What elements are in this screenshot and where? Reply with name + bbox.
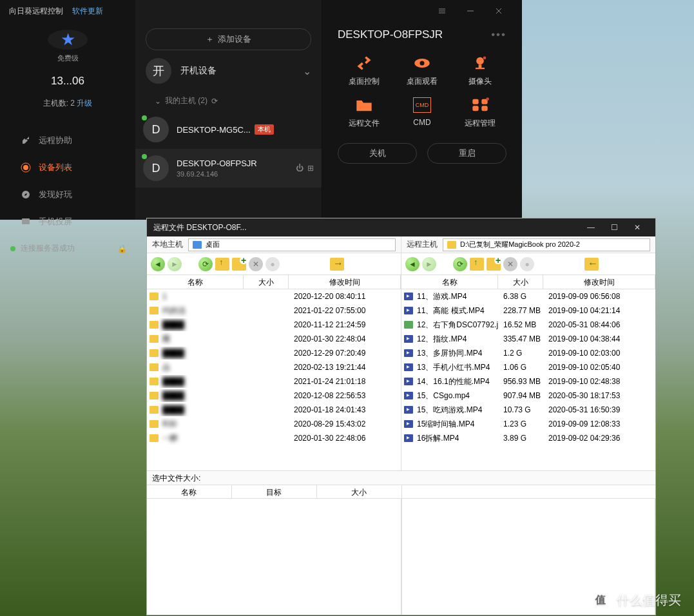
action-camera[interactable]: 摄像头: [451, 55, 509, 87]
refresh-button[interactable]: ⟳: [453, 257, 467, 271]
file-window-titlebar[interactable]: 远程文件 DESKTOP-O8F... — ☐ ✕: [147, 218, 655, 236]
queue-body-left[interactable]: [147, 499, 401, 615]
col-mtime[interactable]: 修改时间: [289, 275, 401, 289]
sidebar-item-assist[interactable]: 远程协助: [0, 127, 135, 154]
file-row[interactable]: 14、16.1的性能.MP4 956.93 MB 2019-09-10 02:4…: [401, 374, 655, 389]
device-panel: ＋ 添加设备 开 开机设备 ⌄ ⌄ 我的主机 (2) ⟳ D DESKTOP-M…: [135, 0, 322, 220]
file-row[interactable]: 11、高能 模式.MP4 228.77 MB 2019-09-10 04:21:…: [401, 303, 655, 318]
remote-path-input[interactable]: D:\已复制_荣耀MagicBook pro 2020-2: [443, 238, 650, 251]
file-row[interactable]: 圈 2020-01-30 22:48:04: [147, 332, 401, 346]
close-button[interactable]: ✕: [626, 223, 649, 232]
file-row[interactable]: ████ 2021-01-24 21:01:18: [147, 374, 401, 389]
file-row[interactable]: ████ 2020-11-12 21:24:59: [147, 318, 401, 332]
my-hosts-section[interactable]: ⌄ 我的主机 (2) ⟳: [135, 91, 322, 110]
sidebar-item-discover[interactable]: 发现好玩: [0, 181, 135, 208]
folder-icon: [149, 406, 159, 414]
restart-button[interactable]: 重启: [427, 143, 506, 164]
titlebar[interactable]: 向日葵远程控制 软件更新: [0, 0, 522, 22]
file-row[interactable]: 一醉 2020-01-30 22:48:06: [147, 431, 401, 445]
action-remote-manage[interactable]: 远程管理: [451, 97, 509, 129]
more-icon[interactable]: •••: [491, 28, 506, 41]
file-row[interactable]: 11、游戏.MP4 6.38 G 2019-09-09 06:56:08: [401, 289, 655, 303]
new-folder-button[interactable]: [487, 258, 501, 271]
remote-toolbar: ◄ ► ⟳ ✕ ●: [401, 253, 655, 275]
minimize-button[interactable]: [456, 0, 485, 22]
file-transfer-window: 远程文件 DESKTOP-O8F... — ☐ ✕ 本地主机 桌面 ◄ ► ⟳ …: [146, 218, 656, 615]
shutdown-button[interactable]: 关机: [338, 143, 417, 164]
mp4-icon: [404, 335, 413, 343]
power-icon[interactable]: ⏻: [296, 164, 304, 173]
file-row[interactable]: 15缩时间轴.MP4 1.23 G 2019-09-09 12:08:33: [401, 417, 655, 431]
file-row[interactable]: 12、右下角DSC07792.j 16.52 MB 2020-05-31 08:…: [401, 318, 655, 332]
file-row[interactable]: ████ 2020-12-29 07:20:49: [147, 346, 401, 360]
file-name: 11、游戏.MP4: [417, 291, 467, 302]
new-folder-button[interactable]: [232, 258, 246, 271]
remote-columns: 名称 大小 修改时间: [401, 275, 655, 289]
local-file-list[interactable]: 1 2020-12-20 08:40:11 约的活 2021-01-22 07:…: [147, 289, 401, 470]
file-size: 1.06 G: [498, 361, 543, 374]
file-row[interactable]: 16拆解.MP4 3.89 G 2019-09-02 04:29:36: [401, 431, 655, 445]
file-row[interactable]: 约的活 2021-01-22 07:55:00: [147, 303, 401, 318]
chevron-down-icon: ⌄: [155, 97, 161, 106]
add-device-button[interactable]: ＋ 添加设备: [146, 28, 311, 50]
device-row[interactable]: D DESKTOP-O8FPSJR 39.69.24.146 ⏻⊞: [135, 149, 322, 188]
delete-button[interactable]: ✕: [503, 257, 517, 271]
back-button[interactable]: ◄: [405, 257, 419, 271]
file-row[interactable]: R30 2020-08-29 15:43:02: [147, 417, 401, 431]
file-mtime: 2019-09-10 02:05:40: [543, 361, 655, 374]
tier-badge[interactable]: ★: [48, 30, 88, 50]
q-col-name[interactable]: 名称: [147, 485, 232, 498]
file-size: 16.52 MB: [498, 318, 543, 331]
forward-button[interactable]: ►: [422, 257, 436, 271]
file-row[interactable]: ████ 2020-01-18 24:01:43: [147, 403, 401, 417]
cmd-icon: CMD: [413, 97, 431, 113]
action-desktop-view[interactable]: 桌面观看: [393, 55, 451, 87]
up-button[interactable]: [215, 258, 229, 271]
sidebar-item-phone[interactable]: 手机投屏: [0, 208, 135, 235]
send-right-button[interactable]: [330, 258, 344, 271]
file-row[interactable]: 品 2020-02-13 19:21:44: [147, 360, 401, 374]
up-button[interactable]: [470, 258, 484, 271]
col-size[interactable]: 大小: [244, 275, 289, 289]
remote-file-list[interactable]: 11、游戏.MP4 6.38 G 2019-09-09 06:56:08 11、…: [401, 289, 655, 470]
local-path-input[interactable]: 桌面: [188, 238, 396, 251]
action-cmd[interactable]: CMD CMD: [393, 97, 451, 129]
action-remote-files[interactable]: 远程文件: [335, 97, 393, 129]
upgrade-link[interactable]: 升级: [77, 99, 92, 108]
device-avatar: D: [143, 117, 169, 142]
device-row[interactable]: D DESKTOP-MG5C...本机: [135, 110, 322, 149]
refresh-button[interactable]: ⟳: [198, 257, 213, 271]
file-row[interactable]: 13、多屏协同.MP4 1.2 G 2019-09-10 02:03:00: [401, 346, 655, 360]
refresh-icon[interactable]: ⟳: [211, 97, 218, 106]
file-row[interactable]: 15、吃鸡游戏.MP4 10.73 G 2020-05-31 16:50:39: [401, 403, 655, 417]
q-col-size[interactable]: 大小: [317, 485, 401, 498]
folder-icon: [149, 434, 159, 442]
col-size[interactable]: 大小: [498, 275, 543, 289]
q-col-target[interactable]: 目标: [232, 485, 317, 498]
file-row[interactable]: 12、指纹.MP4 335.47 MB 2019-09-10 04:38:44: [401, 332, 655, 346]
send-left-button[interactable]: [584, 258, 599, 271]
update-link[interactable]: 软件更新: [72, 6, 103, 17]
action-desktop-control[interactable]: 桌面控制: [335, 55, 393, 87]
file-mtime: 2021-01-22 07:55:00: [289, 304, 401, 317]
close-button[interactable]: [485, 0, 513, 22]
delete-button[interactable]: ✕: [249, 257, 263, 271]
file-row[interactable]: 1 2020-12-20 08:40:11: [147, 289, 401, 303]
maximize-button[interactable]: ☐: [602, 223, 626, 232]
stop-button[interactable]: ●: [520, 257, 534, 271]
file-row[interactable]: ████ 2020-12-08 22:56:53: [147, 389, 401, 403]
stop-button[interactable]: ●: [265, 257, 280, 271]
col-name[interactable]: 名称: [401, 275, 498, 289]
forward-button[interactable]: ►: [168, 257, 182, 271]
file-row[interactable]: 13、手机小红书.MP4 1.06 G 2019-09-10 02:05:40: [401, 360, 655, 374]
star-icon: ★: [61, 30, 75, 50]
back-button[interactable]: ◄: [151, 257, 165, 271]
minimize-button[interactable]: —: [579, 223, 602, 232]
sidebar-item-devices[interactable]: 设备列表: [0, 154, 135, 181]
col-name[interactable]: 名称: [147, 275, 244, 289]
file-mtime: 2020-05-31 08:44:06: [543, 318, 655, 331]
startup-devices-row[interactable]: 开 开机设备 ⌄: [135, 50, 322, 91]
menu-icon[interactable]: [428, 0, 456, 22]
file-row[interactable]: 15、CSgo.mp4 907.94 MB 2020-05-30 18:17:5…: [401, 389, 655, 403]
col-mtime[interactable]: 修改时间: [543, 275, 655, 289]
